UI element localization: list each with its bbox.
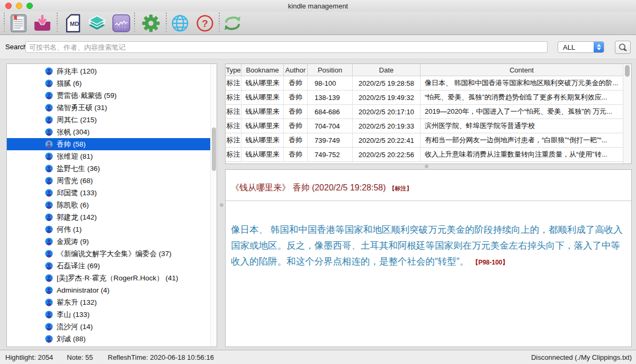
svg-text:?: ? <box>202 18 208 29</box>
author-list-item[interactable]: 金观涛 (9) <box>7 235 210 248</box>
cell-author: 香帅 <box>284 148 308 161</box>
author-name: 储智勇王硕 (31) <box>57 103 107 113</box>
author-list-item[interactable]: 盐野七生 (36) <box>7 162 210 175</box>
author-name: Administrator (4) <box>57 286 110 294</box>
author-list-item[interactable]: 陈凯歌 (6) <box>7 199 210 211</box>
author-list-item[interactable]: 猫腻 (6) <box>7 77 210 89</box>
author-name: 《新编说文解字大全集》编委会 (37) <box>57 249 172 259</box>
connection-status: Disconnected (./My Clippings.txt) <box>531 353 632 361</box>
column-header-bookname[interactable]: Bookname <box>241 64 284 76</box>
author-list-item[interactable]: 周雪光 (68) <box>7 175 210 187</box>
statistics-icon <box>112 14 130 32</box>
note-content: 像日本、 韩国和中国香港等国家和地区顺利突破万元美金的阶段持续向上的，都顺利成了… <box>231 224 623 267</box>
author-list-item[interactable]: 邱国鹭 (133) <box>7 187 210 199</box>
settings-button[interactable] <box>140 13 162 33</box>
person-icon <box>45 335 53 343</box>
table-row[interactable]: 标注 钱从哪里来 香帅 704-704 2020/2/5 20:19:33 滨州… <box>226 119 623 133</box>
horizontal-splitter-handle[interactable] <box>425 165 428 168</box>
sidebar-scrollbar[interactable] <box>210 64 217 347</box>
minimize-button[interactable] <box>16 3 22 9</box>
person-icon <box>45 104 53 112</box>
table-row[interactable]: 标注 钱从哪里来 香帅 739-749 2020/2/5 20:22:41 有相… <box>226 133 623 148</box>
author-list-item[interactable]: 石磊译注 (69) <box>7 260 210 272</box>
author-list-item[interactable]: 周其仁 (215) <box>7 114 210 126</box>
search-button[interactable] <box>615 41 631 54</box>
person-icon <box>45 286 53 294</box>
author-list-item[interactable]: 香帅 (58) <box>7 138 210 150</box>
author-name: 李山 (133) <box>57 310 89 320</box>
author-list-item[interactable]: 翟东升 (132) <box>7 296 210 308</box>
cell-author: 香帅 <box>284 105 308 119</box>
author-name: 盐野七生 (36) <box>57 164 100 174</box>
detail-divider <box>226 201 631 201</box>
table-scrollbar[interactable] <box>623 64 631 163</box>
author-list-item[interactable]: 流沙河 (14) <box>7 321 210 333</box>
person-icon <box>45 298 53 306</box>
gear-icon <box>142 14 160 32</box>
table-scrollbar-thumb[interactable] <box>625 65 630 77</box>
column-header-type[interactable]: Type <box>226 64 241 76</box>
column-header-author[interactable]: Author <box>284 64 308 76</box>
person-icon <box>45 225 53 233</box>
person-icon <box>45 140 53 148</box>
toolbar-separator <box>134 13 135 34</box>
author-list-item[interactable]: 薛兆丰 (120) <box>7 65 210 77</box>
table-row[interactable]: 标注 钱从哪里来 香帅 98-100 2020/2/5 19:28:58 像日本… <box>226 76 623 90</box>
close-button[interactable] <box>5 3 12 9</box>
toolbar-separator <box>166 13 167 34</box>
author-list-item[interactable]: 李山 (133) <box>7 308 210 321</box>
refresh-button[interactable] <box>222 13 243 33</box>
person-icon <box>45 152 53 160</box>
author-name: 张帆 (304) <box>57 128 89 137</box>
refresh-time: RefleshTime: 2020-06-18 10:56:16 <box>108 353 214 361</box>
person-icon <box>45 67 53 75</box>
cell-position: 684-686 <box>308 105 353 119</box>
author-name: 猫腻 (6) <box>57 79 82 88</box>
cell-bookname: 钱从哪里来 <box>241 105 284 119</box>
author-list-item[interactable]: 贾雷德·戴蒙德 (59) <box>7 89 210 102</box>
author-list-item[interactable]: 《新编说文解字大全集》编委会 (37) <box>7 248 210 260</box>
vertical-splitter-handle[interactable] <box>220 203 223 207</box>
cell-author: 香帅 <box>284 76 308 90</box>
refresh-icon <box>222 15 243 32</box>
author-name: 贾雷德·戴蒙德 (59) <box>57 91 117 101</box>
toolbar: MD <box>0 12 636 35</box>
cell-type: 标注 <box>226 76 241 90</box>
toolbar-drag-handle <box>4 13 5 34</box>
table-row[interactable]: 标注 钱从哪里来 香帅 684-686 2020/2/5 20:17:10 20… <box>226 105 623 119</box>
search-input[interactable] <box>25 41 548 53</box>
import-button[interactable] <box>32 13 53 33</box>
cell-author: 香帅 <box>284 119 308 133</box>
filter-dropdown[interactable]: ALL <box>558 41 604 53</box>
statistics-button[interactable] <box>111 13 132 33</box>
website-button[interactable] <box>169 13 191 33</box>
person-icon <box>45 92 53 99</box>
person-icon <box>45 201 53 209</box>
note-body-text: 像日本、 韩国和中国香港等国家和地区顺利突破万元美金的阶段持续向上的，都顺利成了… <box>231 222 626 270</box>
cell-date: 2020/2/5 19:28:58 <box>353 76 420 90</box>
library-button[interactable] <box>86 13 108 33</box>
column-header-content[interactable]: Content <box>420 64 623 76</box>
author-list-item[interactable]: 张帆 (304) <box>7 126 210 138</box>
cell-bookname: 钱从哪里来 <box>241 90 284 104</box>
markdown-export-button[interactable]: MD <box>62 13 84 33</box>
cell-position: 138-139 <box>308 90 353 104</box>
column-header-position[interactable]: Position <box>308 64 353 76</box>
author-list-item[interactable]: 何伟 (1) <box>7 223 210 235</box>
author-list-item[interactable]: [美]罗杰·R·霍克（RogerR.Hock） (41) <box>7 272 210 284</box>
table-row[interactable]: 标注 钱从哪里来 香帅 749-752 2020/2/5 20:22:56 收入… <box>226 148 623 162</box>
author-list-item[interactable]: Administrator (4) <box>7 284 210 296</box>
cell-author: 香帅 <box>284 90 308 104</box>
author-list-item[interactable]: 张维迎 (81) <box>7 150 210 162</box>
note-count: Note: 55 <box>67 353 93 361</box>
zoom-button[interactable] <box>26 3 33 9</box>
status-bar: Hightlight: 2054 Note: 55 RefleshTime: 2… <box>0 350 636 364</box>
author-list-item[interactable]: 储智勇王硕 (31) <box>7 102 210 114</box>
table-row[interactable]: 标注 钱从哪里来 香帅 138-139 2020/2/5 19:49:32 “怕… <box>226 90 623 105</box>
author-list-item[interactable]: 郭建龙 (142) <box>7 211 210 223</box>
author-list-item[interactable]: 刘诚 (88) <box>7 333 210 345</box>
help-button[interactable]: ? <box>194 13 216 33</box>
notes-button[interactable] <box>8 13 29 33</box>
sidebar-scrollbar-thumb[interactable] <box>212 128 216 171</box>
column-header-date[interactable]: Date <box>353 64 420 76</box>
